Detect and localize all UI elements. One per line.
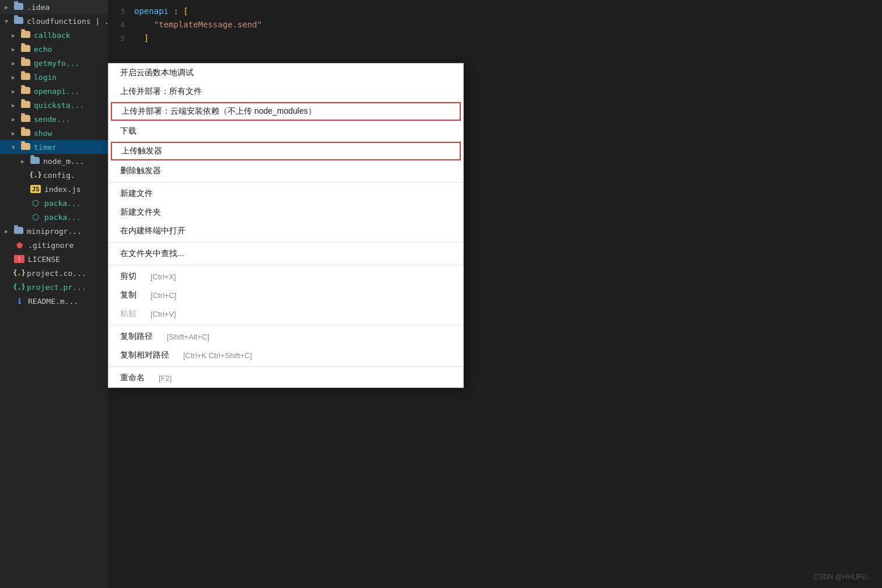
sidebar-item-getmyfo[interactable]: ▶ getmyfo... bbox=[0, 56, 108, 70]
sidebar-item-projectco[interactable]: {.} project.co... bbox=[0, 266, 108, 280]
menu-open-debug[interactable]: 开启云函数本地调试 bbox=[108, 64, 463, 82]
folder-icon bbox=[21, 31, 32, 39]
code-text: openapi : [ bbox=[134, 5, 882, 18]
menu-item-label: 在文件夹中查找... bbox=[120, 249, 184, 259]
sidebar-item-label: project.co... bbox=[27, 269, 86, 278]
arrow-icon: ▼ bbox=[12, 144, 21, 150]
shortcut-label: [F2] bbox=[159, 374, 172, 383]
menu-item-label: 上传触发器 bbox=[121, 146, 162, 156]
menu-new-file[interactable]: 新建文件 bbox=[108, 184, 463, 203]
folder-icon bbox=[14, 3, 24, 11]
sidebar-item-quicksta[interactable]: ▶ quicksta... bbox=[0, 98, 108, 112]
sidebar-item-label: getmyfo... bbox=[34, 59, 79, 68]
sidebar-item-timer[interactable]: ▼ timer bbox=[0, 140, 108, 154]
sidebar-item-label: echo bbox=[34, 45, 52, 54]
arrow-icon: ▶ bbox=[12, 130, 21, 136]
arrow-icon: ▶ bbox=[5, 4, 14, 10]
arrow-icon: ▶ bbox=[12, 102, 21, 108]
menu-new-folder[interactable]: 新建文件夹 bbox=[108, 203, 463, 222]
menu-copy-path[interactable]: 复制路径 [Shift+Alt+C] bbox=[108, 327, 463, 346]
sidebar-item-sende[interactable]: ▶ sende... bbox=[0, 112, 108, 126]
sidebar-item-indexjs[interactable]: JS index.js bbox=[0, 182, 108, 196]
menu-upload-cloud[interactable]: 上传并部署：云端安装依赖（不上传 node_modules） bbox=[111, 102, 461, 121]
sidebar-item-callback[interactable]: ▶ callback bbox=[0, 28, 108, 42]
sidebar-item-label: quicksta... bbox=[34, 101, 84, 110]
menu-cut[interactable]: 剪切 [Ctrl+X] bbox=[108, 267, 463, 286]
menu-rename[interactable]: 重命名 [F2] bbox=[108, 369, 463, 387]
arrow-icon: ▶ bbox=[12, 88, 21, 94]
shortcut-label: [Ctrl+X] bbox=[150, 272, 176, 281]
json-icon2: {.} bbox=[14, 269, 24, 277]
sidebar-item-readme[interactable]: ℹ README.m... bbox=[0, 294, 108, 308]
menu-delete-trigger[interactable]: 删除触发器 bbox=[108, 162, 463, 180]
sidebar-item-label: index.js bbox=[44, 185, 81, 194]
sidebar-item-package1[interactable]: ⬡ packa... bbox=[0, 196, 108, 210]
menu-item-label: 删除触发器 bbox=[120, 166, 161, 176]
menu-download[interactable]: 下载 bbox=[108, 122, 463, 141]
sidebar-item-license[interactable]: ! LICENSE bbox=[0, 252, 108, 266]
code-text: ] bbox=[134, 32, 882, 44]
sidebar-item-show[interactable]: ▶ show bbox=[0, 126, 108, 140]
menu-divider-1 bbox=[108, 182, 463, 183]
menu-item-label: 开启云函数本地调试 bbox=[120, 68, 194, 78]
git-icon: ⬟ bbox=[14, 241, 24, 249]
arrow-icon: ▼ bbox=[5, 18, 14, 24]
sidebar-item-label: miniprogr... bbox=[27, 227, 82, 236]
sidebar-item-label: .gitignore bbox=[28, 241, 74, 250]
menu-item-label: 新建文件夹 bbox=[120, 207, 161, 218]
menu-find-in-folder[interactable]: 在文件夹中查找... bbox=[108, 244, 463, 263]
shortcut-label: [Ctrl+V] bbox=[150, 310, 176, 318]
npm-icon: ⬡ bbox=[30, 199, 41, 207]
sidebar-item-label: project.pr... bbox=[27, 283, 86, 292]
folder-icon bbox=[21, 129, 32, 137]
sidebar-item-label: README.m... bbox=[28, 297, 78, 306]
sidebar-item-label: callback bbox=[34, 31, 71, 40]
folder-icon bbox=[21, 73, 32, 81]
watermark-text: CSDN @HHUFU... bbox=[813, 573, 873, 581]
menu-upload-all[interactable]: 上传并部署：所有文件 bbox=[108, 82, 463, 101]
sidebar-item-miniprogram[interactable]: ▶ miniprogr... bbox=[0, 224, 108, 238]
menu-item-label: 复制相对路径 bbox=[120, 350, 169, 360]
shortcut-label: [Ctrl+K Ctrl+Shift+C] bbox=[183, 351, 252, 360]
folder-icon bbox=[21, 45, 32, 53]
sidebar-item-idea[interactable]: ▶ .idea bbox=[0, 0, 108, 14]
sidebar-item-label: config. bbox=[43, 171, 75, 180]
menu-open-terminal[interactable]: 在内建终端中打开 bbox=[108, 222, 463, 240]
arrow-icon: ▶ bbox=[12, 32, 21, 38]
sidebar-item-echo[interactable]: ▶ echo bbox=[0, 42, 108, 56]
menu-copy-rel-path[interactable]: 复制相对路径 [Ctrl+K Ctrl+Shift+C] bbox=[108, 346, 463, 365]
line-number: 3 bbox=[108, 5, 134, 18]
sidebar-item-openapi[interactable]: ▶ openapi... bbox=[0, 84, 108, 98]
sidebar-item-login[interactable]: ▶ login bbox=[0, 70, 108, 84]
menu-item-label: 上传并部署：所有文件 bbox=[120, 86, 202, 97]
sidebar-item-gitignore[interactable]: ⬟ .gitignore bbox=[0, 238, 108, 252]
menu-item-label: 上传并部署：云端安装依赖（不上传 node_modules） bbox=[121, 106, 316, 117]
json-icon3: {.} bbox=[14, 283, 24, 291]
menu-paste[interactable]: 粘贴 [Ctrl+V] bbox=[108, 304, 463, 323]
npm-icon2: ⬡ bbox=[30, 213, 41, 221]
sidebar-item-config[interactable]: {.} config. bbox=[0, 168, 108, 182]
sidebar-item-label: sende... bbox=[34, 115, 71, 124]
sidebar-item-node-modules[interactable]: ▶ node_m... bbox=[0, 154, 108, 168]
sidebar-item-cloudfunctions[interactable]: ▼ cloudfunctions | ... bbox=[0, 14, 108, 28]
menu-item-label: 重命名 bbox=[120, 373, 145, 383]
folder-icon bbox=[21, 87, 32, 95]
sidebar-item-package2[interactable]: ⬡ packa... bbox=[0, 210, 108, 224]
sidebar-item-label: packa... bbox=[44, 199, 81, 208]
sidebar-item-label: login bbox=[34, 73, 57, 82]
folder-icon bbox=[21, 59, 32, 67]
arrow-icon: ▶ bbox=[12, 46, 21, 52]
sidebar-item-label: .idea bbox=[27, 3, 50, 12]
code-line-3: 3 openapi : [ bbox=[108, 5, 882, 18]
arrow-icon: ▶ bbox=[12, 116, 21, 123]
json-icon: {.} bbox=[30, 171, 41, 179]
arrow-icon: ▶ bbox=[12, 60, 21, 66]
menu-item-label: 粘贴 bbox=[120, 309, 136, 319]
arrow-icon: ▶ bbox=[12, 74, 21, 80]
sidebar: ▶ .idea ▼ cloudfunctions | ... ▶ callbac… bbox=[0, 0, 108, 588]
menu-upload-trigger[interactable]: 上传触发器 bbox=[111, 142, 461, 160]
sidebar-item-projectpr[interactable]: {.} project.pr... bbox=[0, 280, 108, 294]
code-line-4: 4 "templateMessage.send" bbox=[108, 18, 882, 32]
menu-copy[interactable]: 复制 [Ctrl+C] bbox=[108, 286, 463, 304]
menu-item-label: 复制 bbox=[120, 290, 136, 300]
